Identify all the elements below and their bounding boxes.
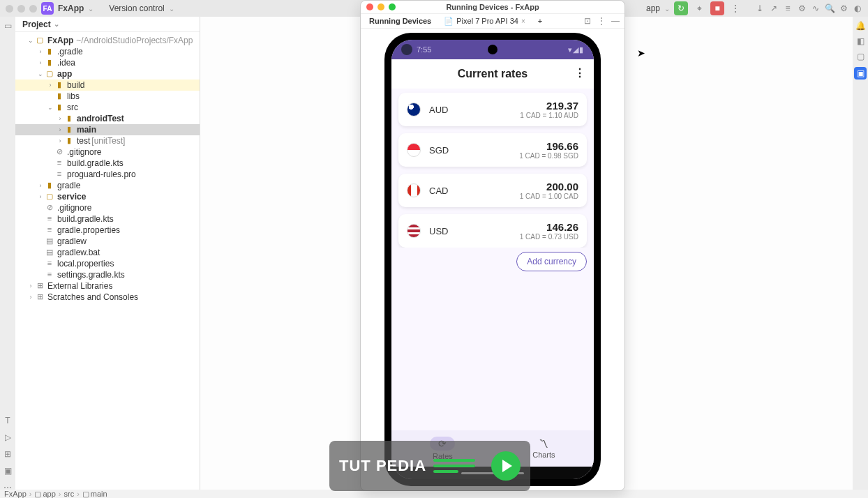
structure-icon[interactable]: T: [3, 416, 13, 425]
terminal-icon[interactable]: ▣: [3, 466, 13, 476]
rate-sub: 1 CAD = 0.98 SGD: [519, 152, 578, 160]
tab-running-devices[interactable]: Running Devices: [365, 14, 435, 28]
camera-cutout: [488, 45, 497, 54]
selected-tree-item[interactable]: ›▮main: [15, 124, 200, 135]
rate-sub: 1 CAD = 1.00 CAD: [520, 193, 578, 200]
project-tool-window: Project⌄ ⌄▢FxApp~/AndroidStudioProjects/…: [15, 17, 200, 490]
chart-icon: 〽: [539, 438, 548, 449]
build-variants-icon[interactable]: ⊞: [3, 449, 13, 459]
device-manager-icon[interactable]: ▢: [855, 52, 865, 61]
project-header[interactable]: Project⌄: [15, 17, 200, 32]
status-time: 7:55: [417, 45, 431, 54]
update-icon[interactable]: ⤓: [755, 3, 765, 13]
currency-code: SGD: [429, 145, 449, 156]
rate-value: 196.66: [519, 140, 578, 152]
close-tab-icon[interactable]: ×: [521, 17, 525, 25]
status-indicators: ▾◢▮: [568, 45, 584, 54]
rate-value: 200.00: [520, 181, 578, 193]
add-currency-button[interactable]: Add currency: [516, 252, 587, 271]
overflow-menu-icon[interactable]: ⋮: [574, 66, 585, 80]
overlay-brand: TUT PEDIA: [339, 457, 426, 475]
version-control-menu[interactable]: Version control: [109, 3, 164, 13]
settings-icon[interactable]: ⚙: [839, 3, 848, 13]
chevron-down-icon[interactable]: ⌄: [169, 5, 174, 13]
currency-code: AUD: [429, 105, 448, 115]
rate-value: 146.26: [520, 221, 578, 233]
running-devices-icon[interactable]: ▣: [854, 67, 867, 80]
rates-list[interactable]: AUD219.371 CAD = 1.10 AUDSGD196.661 CAD …: [391, 89, 594, 248]
window-titlebar[interactable]: Running Devices - FxApp: [361, 1, 624, 13]
running-devices-window: Running Devices - FxApp Running Devices …: [360, 0, 625, 491]
rate-card[interactable]: USD146.261 CAD = 0.73 USD: [398, 214, 587, 248]
currency-code: USD: [429, 226, 448, 236]
chevron-down-icon[interactable]: ⌄: [88, 5, 93, 13]
right-tool-stripe: 🔔 ◧ ▢ ▣: [853, 17, 868, 498]
currency-code: CAD: [429, 186, 448, 196]
debug-button[interactable]: ⌖: [692, 1, 706, 15]
add-tab-icon[interactable]: +: [534, 14, 546, 28]
profiler-icon[interactable]: ∿: [811, 3, 821, 13]
emulator-screen[interactable]: 7:55 ▾◢▮ Current rates ⋮ AUD219.371 CAD …: [391, 40, 594, 479]
tutpedia-overlay[interactable]: TUT PEDIA: [329, 441, 530, 491]
emulator-frame: 7:55 ▾◢▮ Current rates ⋮ AUD219.371 CAD …: [384, 33, 601, 486]
notifications-icon[interactable]: 🔔: [855, 21, 865, 31]
run-config-selector[interactable]: app: [646, 3, 660, 13]
sync-icon[interactable]: ≡: [783, 3, 793, 13]
device-tabs: Running Devices 📄Pixel 7 Pro API 34× + ⊡…: [361, 13, 624, 29]
project-icon: FA: [41, 2, 54, 15]
commit-icon[interactable]: ↗: [769, 3, 779, 13]
rate-sub: 1 CAD = 1.10 AUD: [520, 112, 578, 119]
bookmarks-icon[interactable]: ▷: [3, 432, 13, 442]
account-icon[interactable]: ◐: [853, 3, 862, 13]
rate-card[interactable]: SGD196.661 CAD = 0.98 SGD: [398, 133, 587, 167]
stop-button[interactable]: ■: [710, 1, 724, 15]
more-actions-icon[interactable]: ⋮: [728, 1, 742, 15]
rate-value: 219.37: [520, 100, 578, 112]
project-tool-icon[interactable]: ▭: [3, 21, 13, 31]
rate-sub: 1 CAD = 0.73 USD: [520, 233, 578, 241]
play-button[interactable]: [491, 451, 521, 481]
flag-icon: [407, 143, 421, 157]
tab-device[interactable]: 📄Pixel 7 Pro API 34×: [440, 14, 530, 28]
chevron-down-icon[interactable]: ⌄: [664, 5, 670, 13]
minimize-tool-icon[interactable]: —: [611, 16, 620, 26]
flag-icon: [407, 183, 421, 197]
android-statusbar: 7:55 ▾◢▮: [391, 40, 594, 59]
search-icon[interactable]: 🔍: [825, 3, 835, 13]
window-title: Running Devices - FxApp: [361, 3, 624, 11]
project-name[interactable]: FxApp: [58, 3, 84, 13]
app-header: Current rates ⋮: [391, 59, 594, 89]
snapshot-icon[interactable]: ⊡: [583, 16, 592, 26]
rate-card[interactable]: CAD200.001 CAD = 1.00 CAD: [398, 174, 587, 207]
flag-icon: [407, 103, 421, 116]
more-icon[interactable]: ⋮: [597, 16, 606, 26]
gear-icon[interactable]: ⚙: [797, 3, 807, 13]
mac-traffic-lights[interactable]: [6, 5, 37, 13]
run-button[interactable]: ↻: [674, 1, 688, 15]
left-tool-stripe: ▭ T ▷ ⊞ ▣ ⋯: [0, 17, 15, 498]
gradle-icon[interactable]: ◧: [855, 36, 865, 46]
flag-icon: [407, 224, 421, 238]
rate-card[interactable]: AUD219.371 CAD = 1.10 AUD: [398, 93, 587, 126]
project-tree[interactable]: ⌄▢FxApp~/AndroidStudioProjects/FxApp ›▮.…: [15, 32, 200, 303]
page-title: Current rates: [458, 68, 527, 80]
nav-charts[interactable]: 〽 Charts: [532, 438, 555, 459]
overlay-lines-icon: [433, 459, 475, 473]
